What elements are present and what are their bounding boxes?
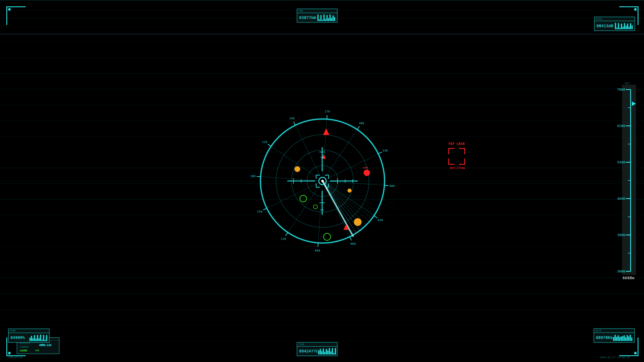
alt-tick-label: 7000: [617, 87, 625, 91]
lock-corner-icon: [448, 148, 454, 154]
target-lock-title: TGT LOCK: [446, 142, 467, 145]
radar-contact-blip: [294, 166, 300, 172]
frame-corner-top-left: [6, 6, 26, 25]
laser-status: ???: [35, 349, 39, 352]
alt-tick-label: 3800: [617, 233, 625, 237]
lock-corner-icon: [459, 159, 465, 165]
alt-scale-strip: [622, 85, 636, 275]
bearing-label: 270: [325, 110, 330, 113]
power-panel: PWR 03877kW: [297, 9, 338, 22]
radar-contact-hostile: [323, 128, 330, 135]
hud-screen: { "panels": { "pwr": {"title": "PWR", "v…: [0, 0, 644, 362]
lock-corner-icon: [448, 159, 454, 165]
bearing-label: 000: [390, 184, 395, 188]
alt-tick-label: 6200: [617, 124, 625, 128]
sync-bar-graph: [30, 334, 47, 341]
radar-contact-blip: [354, 218, 362, 226]
bearing-label: 240: [289, 117, 295, 120]
alt-tick-label: 3000: [617, 269, 625, 273]
corner-dot: [634, 352, 636, 354]
bearing-label: 030: [378, 219, 383, 222]
bearing-label: 210: [262, 140, 267, 144]
alt-scale-title: ALT: [625, 82, 630, 84]
alt-tick-label: 4600: [617, 197, 625, 201]
target-distance: DST:2718m: [446, 167, 468, 170]
weapon-item-laser[interactable]: LASER: [20, 349, 27, 352]
gain-bar-graph: [615, 22, 632, 29]
weapon-item-cannon[interactable]: CANNON: [20, 346, 29, 348]
ownship-dot: [321, 180, 324, 182]
power-value: 03877kW: [299, 15, 316, 20]
bearing-label: 180: [250, 175, 256, 178]
power-panel-title: PWR: [297, 9, 337, 13]
sync-value: 04909%: [10, 336, 25, 340]
bearing-label: 330: [382, 149, 388, 152]
radar-contact-blip: [364, 170, 370, 176]
datetime-label: 2026-01-17 14:46:35: [596, 356, 630, 359]
target-lock-reticle: TGT LOCK DST:2718m: [448, 142, 465, 169]
rate-bar-graph: [613, 334, 632, 341]
bearing-label: 090: [315, 249, 320, 252]
ammo-count: AMMO:116: [39, 344, 51, 347]
rate-value: 08978Kb: [596, 336, 613, 340]
gain-panel: GAIN 08413dB: [594, 17, 635, 31]
radar-contact-friendly: [314, 205, 318, 209]
target-lock-brackets: [448, 148, 465, 165]
radar-contact-blip: [348, 189, 352, 193]
temp-bar-graph: [318, 348, 336, 355]
corner-dot: [8, 8, 10, 10]
bearing-label: 060: [350, 242, 356, 245]
frame-counter: FRM:00120: [8, 356, 23, 359]
power-bar-graph: [318, 14, 335, 21]
sync-panel: SYNC 04909%: [8, 329, 50, 343]
temp-value: 09424??C: [299, 349, 318, 353]
corner-dot: [8, 352, 10, 354]
bearing-label: 300: [359, 122, 364, 125]
radar-contact-friendly: [300, 195, 306, 202]
altitude-readout: 6688m: [620, 276, 636, 280]
lock-corner-icon: [459, 148, 465, 154]
sync-panel-title: SYNC: [8, 329, 49, 333]
top-edge-line: [0, 0, 644, 0]
gain-panel-title: GAIN: [594, 17, 634, 21]
radar-lock-label: LOCK: [363, 166, 368, 169]
bearing-label: 120: [281, 237, 286, 241]
rate-panel: RATE 08978Kb: [594, 329, 634, 343]
radar-contact-friendly: [324, 233, 330, 240]
corner-dot: [634, 8, 636, 10]
gain-value: 08413dB: [596, 24, 613, 28]
altitude-scale: ALT 700062005400460038003000: [617, 82, 644, 281]
temp-panel: TEMP 09424??C: [297, 342, 338, 356]
horizon-line: [0, 34, 644, 34]
rate-panel-title: RATE: [594, 329, 634, 333]
radar-scope: 270300330000030060090120150180210240LOCK: [247, 106, 398, 256]
temp-panel-title: TEMP: [297, 343, 337, 347]
alt-tick-label: 5400: [617, 160, 625, 164]
bearing-label: 150: [257, 210, 262, 213]
